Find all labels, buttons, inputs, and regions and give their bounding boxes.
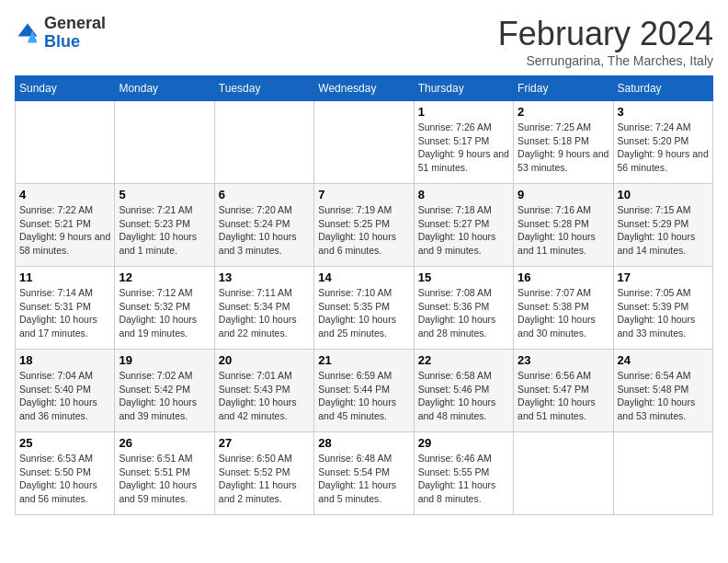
calendar-week-row: 25Sunrise: 6:53 AM Sunset: 5:50 PM Dayli… <box>16 432 713 515</box>
day-number: 14 <box>318 270 409 284</box>
day-number: 6 <box>219 188 310 201</box>
calendar-header-row: SundayMondayTuesdayWednesdayThursdayFrid… <box>16 76 713 101</box>
calendar-cell <box>115 101 214 184</box>
calendar-cell: 21Sunrise: 6:59 AM Sunset: 5:44 PM Dayli… <box>314 350 414 432</box>
location-subtitle: Serrungarina, The Marches, Italy <box>498 53 713 68</box>
day-info: Sunrise: 7:04 AM Sunset: 5:40 PM Dayligh… <box>19 369 110 423</box>
day-info: Sunrise: 7:21 AM Sunset: 5:23 PM Dayligh… <box>119 203 210 258</box>
day-number: 3 <box>618 105 709 119</box>
day-number: 25 <box>19 436 110 450</box>
day-info: Sunrise: 7:18 AM Sunset: 5:27 PM Dayligh… <box>418 203 509 258</box>
day-info: Sunrise: 6:50 AM Sunset: 5:52 PM Dayligh… <box>219 452 310 506</box>
day-info: Sunrise: 6:53 AM Sunset: 5:50 PM Dayligh… <box>19 452 110 506</box>
day-info: Sunrise: 6:56 AM Sunset: 5:47 PM Dayligh… <box>518 369 609 423</box>
day-info: Sunrise: 6:46 AM Sunset: 5:55 PM Dayligh… <box>418 452 509 506</box>
day-number: 17 <box>618 270 709 284</box>
calendar-cell: 11Sunrise: 7:14 AM Sunset: 5:31 PM Dayli… <box>16 267 115 350</box>
calendar-week-row: 1Sunrise: 7:26 AM Sunset: 5:17 PM Daylig… <box>16 101 713 184</box>
day-info: Sunrise: 7:07 AM Sunset: 5:38 PM Dayligh… <box>518 286 609 340</box>
day-header-thursday: Thursday <box>414 76 513 101</box>
calendar-cell <box>514 432 613 515</box>
calendar-cell: 19Sunrise: 7:02 AM Sunset: 5:42 PM Dayli… <box>115 350 214 432</box>
day-number: 7 <box>318 188 409 201</box>
calendar-table: SundayMondayTuesdayWednesdayThursdayFrid… <box>15 75 713 515</box>
day-info: Sunrise: 7:05 AM Sunset: 5:39 PM Dayligh… <box>618 286 709 340</box>
page-header: General Blue February 2024 Serrungarina,… <box>15 15 713 68</box>
day-info: Sunrise: 7:24 AM Sunset: 5:20 PM Dayligh… <box>618 121 709 175</box>
day-number: 28 <box>318 436 409 450</box>
calendar-cell: 9Sunrise: 7:16 AM Sunset: 5:28 PM Daylig… <box>514 184 613 267</box>
day-number: 10 <box>618 188 709 201</box>
day-number: 4 <box>19 188 110 201</box>
day-number: 2 <box>518 105 609 119</box>
month-title: February 2024 <box>498 15 713 53</box>
calendar-cell: 27Sunrise: 6:50 AM Sunset: 5:52 PM Dayli… <box>214 432 313 515</box>
day-info: Sunrise: 6:48 AM Sunset: 5:54 PM Dayligh… <box>318 452 409 506</box>
day-info: Sunrise: 7:15 AM Sunset: 5:29 PM Dayligh… <box>618 203 709 258</box>
day-info: Sunrise: 6:58 AM Sunset: 5:46 PM Dayligh… <box>418 369 509 423</box>
day-number: 18 <box>19 353 110 367</box>
day-number: 12 <box>119 270 210 284</box>
day-header-wednesday: Wednesday <box>314 76 414 101</box>
day-info: Sunrise: 7:26 AM Sunset: 5:17 PM Dayligh… <box>418 121 509 175</box>
day-number: 26 <box>119 436 210 450</box>
day-header-tuesday: Tuesday <box>214 76 313 101</box>
day-number: 24 <box>618 353 709 367</box>
calendar-cell: 1Sunrise: 7:26 AM Sunset: 5:17 PM Daylig… <box>414 101 513 184</box>
day-number: 1 <box>418 105 509 119</box>
calendar-cell: 24Sunrise: 6:54 AM Sunset: 5:48 PM Dayli… <box>613 350 712 432</box>
logo: General Blue <box>15 15 106 52</box>
svg-marker-0 <box>18 23 38 36</box>
day-number: 13 <box>219 270 310 284</box>
day-number: 19 <box>119 353 210 367</box>
logo-blue-text: Blue <box>44 32 80 51</box>
day-info: Sunrise: 7:19 AM Sunset: 5:25 PM Dayligh… <box>318 203 409 258</box>
logo-icon <box>15 20 40 46</box>
day-number: 29 <box>418 436 509 450</box>
calendar-cell: 25Sunrise: 6:53 AM Sunset: 5:50 PM Dayli… <box>16 432 115 515</box>
day-number: 27 <box>219 436 310 450</box>
day-number: 9 <box>518 188 609 201</box>
calendar-cell: 2Sunrise: 7:25 AM Sunset: 5:18 PM Daylig… <box>514 101 613 184</box>
calendar-cell: 8Sunrise: 7:18 AM Sunset: 5:27 PM Daylig… <box>414 184 513 267</box>
day-header-sunday: Sunday <box>16 76 115 101</box>
calendar-cell: 23Sunrise: 6:56 AM Sunset: 5:47 PM Dayli… <box>514 350 613 432</box>
calendar-cell <box>314 101 414 184</box>
day-info: Sunrise: 7:10 AM Sunset: 5:35 PM Dayligh… <box>318 286 409 340</box>
calendar-cell: 10Sunrise: 7:15 AM Sunset: 5:29 PM Dayli… <box>613 184 712 267</box>
calendar-cell: 13Sunrise: 7:11 AM Sunset: 5:34 PM Dayli… <box>214 267 313 350</box>
calendar-cell: 17Sunrise: 7:05 AM Sunset: 5:39 PM Dayli… <box>613 267 712 350</box>
calendar-week-row: 4Sunrise: 7:22 AM Sunset: 5:21 PM Daylig… <box>16 184 713 267</box>
calendar-cell <box>613 432 712 515</box>
day-info: Sunrise: 7:22 AM Sunset: 5:21 PM Dayligh… <box>19 203 110 258</box>
day-info: Sunrise: 7:20 AM Sunset: 5:24 PM Dayligh… <box>219 203 310 258</box>
day-number: 20 <box>219 353 310 367</box>
day-info: Sunrise: 6:51 AM Sunset: 5:51 PM Dayligh… <box>119 452 210 506</box>
title-block: February 2024 Serrungarina, The Marches,… <box>498 15 713 68</box>
calendar-cell <box>214 101 313 184</box>
calendar-cell: 20Sunrise: 7:01 AM Sunset: 5:43 PM Dayli… <box>214 350 313 432</box>
calendar-cell: 28Sunrise: 6:48 AM Sunset: 5:54 PM Dayli… <box>314 432 414 515</box>
calendar-cell: 4Sunrise: 7:22 AM Sunset: 5:21 PM Daylig… <box>16 184 115 267</box>
calendar-cell: 29Sunrise: 6:46 AM Sunset: 5:55 PM Dayli… <box>414 432 513 515</box>
day-info: Sunrise: 7:01 AM Sunset: 5:43 PM Dayligh… <box>219 369 310 423</box>
day-number: 23 <box>518 353 609 367</box>
day-number: 22 <box>418 353 509 367</box>
day-header-friday: Friday <box>514 76 613 101</box>
calendar-week-row: 18Sunrise: 7:04 AM Sunset: 5:40 PM Dayli… <box>16 350 713 432</box>
day-info: Sunrise: 7:14 AM Sunset: 5:31 PM Dayligh… <box>19 286 110 340</box>
day-header-monday: Monday <box>115 76 214 101</box>
day-info: Sunrise: 7:08 AM Sunset: 5:36 PM Dayligh… <box>418 286 509 340</box>
calendar-cell: 7Sunrise: 7:19 AM Sunset: 5:25 PM Daylig… <box>314 184 414 267</box>
calendar-cell: 22Sunrise: 6:58 AM Sunset: 5:46 PM Dayli… <box>414 350 513 432</box>
calendar-cell <box>16 101 115 184</box>
day-number: 5 <box>119 188 210 201</box>
day-info: Sunrise: 7:02 AM Sunset: 5:42 PM Dayligh… <box>119 369 210 423</box>
calendar-cell: 14Sunrise: 7:10 AM Sunset: 5:35 PM Dayli… <box>314 267 414 350</box>
day-number: 11 <box>19 270 110 284</box>
calendar-cell: 6Sunrise: 7:20 AM Sunset: 5:24 PM Daylig… <box>214 184 313 267</box>
day-number: 15 <box>418 270 509 284</box>
calendar-cell: 26Sunrise: 6:51 AM Sunset: 5:51 PM Dayli… <box>115 432 214 515</box>
day-info: Sunrise: 6:54 AM Sunset: 5:48 PM Dayligh… <box>618 369 709 423</box>
day-info: Sunrise: 7:16 AM Sunset: 5:28 PM Dayligh… <box>518 203 609 258</box>
